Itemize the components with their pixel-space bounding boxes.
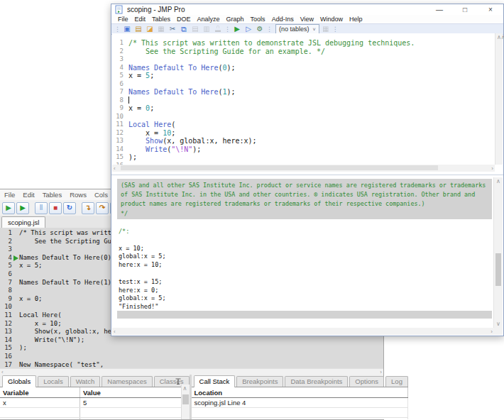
editor-line: 3 [112, 55, 495, 64]
menu-tables[interactable]: Tables [42, 191, 62, 199]
callstack-panel: Call StackBreakpointsData BreakpointsOpt… [190, 375, 408, 419]
close-button[interactable]: × [478, 4, 503, 15]
menu-file[interactable]: File [4, 191, 16, 199]
reset-icon[interactable] [63, 202, 76, 214]
tables-dropdown[interactable]: (no tables) ˅ [275, 24, 319, 34]
stop-icon[interactable] [49, 202, 62, 214]
toolbar-grip: ⋮ [224, 26, 231, 33]
current-line-arrow-icon [13, 255, 18, 261]
menu-help[interactable]: Help [348, 16, 364, 23]
new-journal-icon[interactable] [133, 25, 143, 33]
tab-namespaces[interactable]: Namespaces [102, 376, 152, 387]
log-comment-block-empty [117, 311, 492, 319]
globals-scrollbar[interactable] [181, 385, 190, 419]
editor-horizontal-scrollbar[interactable]: ‹ › [112, 165, 495, 172]
save-icon[interactable] [156, 25, 166, 33]
scrollbar-thumb[interactable] [121, 165, 438, 170]
scrollbar-thumb[interactable] [182, 394, 189, 404]
callstack-table: Locationscoping.jsl Line 4 [192, 387, 408, 419]
callstack-panel-tabs: Call StackBreakpointsData BreakpointsOpt… [192, 375, 408, 387]
scroll-down-icon[interactable]: ∨ [496, 321, 500, 328]
titlebar[interactable]: scoping - JMP Pro — □ × [111, 4, 503, 15]
tab-data-breakpoints[interactable]: Data Breakpoints [285, 376, 348, 387]
new-window-icon[interactable] [122, 25, 132, 33]
editor-line: 11Local Here( [112, 121, 495, 129]
copy-icon[interactable] [179, 25, 189, 33]
scroll-up-icon[interactable]: ∧ [497, 34, 504, 41]
editor-line: 9x = 0; [112, 104, 495, 113]
editor-log-splitter[interactable] [111, 175, 503, 175]
menu-tools[interactable]: Tools [249, 16, 267, 23]
window-horizontal-scrollbar[interactable]: ‹ › [112, 328, 494, 335]
menu-tables[interactable]: Tables [150, 16, 172, 23]
step-into-icon[interactable] [82, 202, 94, 214]
copy-special-icon[interactable] [202, 25, 212, 33]
jsl-file-icon [115, 5, 123, 14]
script-editor[interactable]: 1/* This script was written to demonstra… [112, 33, 495, 165]
menu-edit[interactable]: Edit [133, 16, 148, 23]
open-icon[interactable] [145, 25, 155, 33]
tools-icon[interactable] [255, 25, 265, 33]
table-row-empty [0, 408, 190, 418]
variables-panel-tabs: GlobalsLocalsWatchNamespacesClasses [0, 375, 190, 387]
editor-line: 1/* This script was written to demonstra… [112, 39, 495, 48]
tab-scoping-jsl[interactable]: scoping.jsl [1, 216, 45, 228]
tab-options[interactable]: Options [349, 376, 384, 387]
editor-vertical-scrollbar[interactable]: ∧ [495, 33, 503, 165]
minimize-button[interactable]: — [427, 4, 452, 15]
script-window: scoping - JMP Pro — □ × FileEditTablesDO… [111, 4, 504, 336]
paste-icon[interactable] [190, 25, 200, 33]
tab-globals[interactable]: Globals [2, 375, 36, 387]
table-header: VariableValue [0, 387, 190, 398]
menu-rows[interactable]: Rows [69, 191, 87, 199]
editor-line: 14 Write("\!N"); [112, 145, 495, 154]
table-row[interactable]: scoping.jsl Line 4 [192, 398, 408, 408]
scroll-left-icon[interactable]: ‹ [114, 328, 116, 336]
table-row[interactable]: x5 [0, 398, 190, 408]
menu-edit[interactable]: Edit [22, 191, 35, 199]
menu-view[interactable]: View [299, 16, 315, 23]
debugger-line: 14 Write("\!N"); [0, 336, 383, 345]
menu-graph[interactable]: Graph [225, 16, 246, 23]
scrollbar-thumb[interactable] [495, 253, 501, 286]
scroll-left-icon[interactable]: ‹ [114, 165, 116, 172]
cut-icon[interactable] [168, 25, 177, 33]
menu-analyze[interactable]: Analyze [196, 16, 221, 23]
menu-window[interactable]: Window [319, 16, 344, 23]
run-icon[interactable] [16, 202, 29, 214]
log-pane[interactable]: (SAS and all other SAS Institute Inc. pr… [112, 177, 494, 328]
maximize-button[interactable]: □ [452, 4, 478, 15]
toolbar-grip: ⋮ [114, 26, 121, 33]
scroll-right-icon[interactable]: › [491, 328, 493, 336]
menu-cols[interactable]: Cols [94, 191, 109, 199]
menu-add-ins[interactable]: Add-Ins [270, 16, 295, 23]
log-comment-block: (SAS and all other SAS Institute Inc. pr… [117, 179, 492, 219]
editor-line: 4Names Default To Here(0); [112, 64, 495, 72]
run-script-icon[interactable] [232, 25, 242, 33]
scrollbar-corner [494, 328, 503, 335]
new-script-icon[interactable] [243, 25, 253, 33]
tab-locals[interactable]: Locals [38, 376, 68, 387]
tab-call-stack[interactable]: Call Stack [194, 375, 236, 387]
pause-icon[interactable] [35, 202, 48, 214]
tab-log[interactable]: Log [385, 376, 408, 387]
run-script-icon[interactable] [2, 202, 15, 214]
table-row-empty [0, 418, 190, 419]
menu-file[interactable]: File [116, 16, 130, 23]
debugger-line: 15); [0, 344, 383, 353]
editor-line: 12 x = 10; [112, 129, 495, 138]
column-header-variable: Variable [0, 387, 80, 397]
tab-watch[interactable]: Watch [70, 376, 101, 387]
window-title: scoping - JMP Pro [127, 6, 185, 13]
scroll-up-icon[interactable]: ∧ [496, 178, 500, 185]
new-data-table-icon[interactable] [321, 25, 331, 33]
desktop: FileEditTablesRowsColsDOE scoping.jsl 1/… [0, 0, 504, 420]
scroll-right-icon[interactable]: › [491, 165, 493, 172]
tab-breakpoints[interactable]: Breakpoints [236, 376, 283, 387]
globals-table: VariableValuex5 [0, 387, 190, 419]
step-over-icon[interactable] [96, 202, 109, 214]
log-vertical-scrollbar[interactable]: ∧ ∨ [493, 177, 503, 328]
scroll-up-icon[interactable] [183, 385, 187, 392]
lock-icon[interactable] [213, 25, 223, 33]
menu-doe[interactable]: DOE [175, 16, 192, 23]
